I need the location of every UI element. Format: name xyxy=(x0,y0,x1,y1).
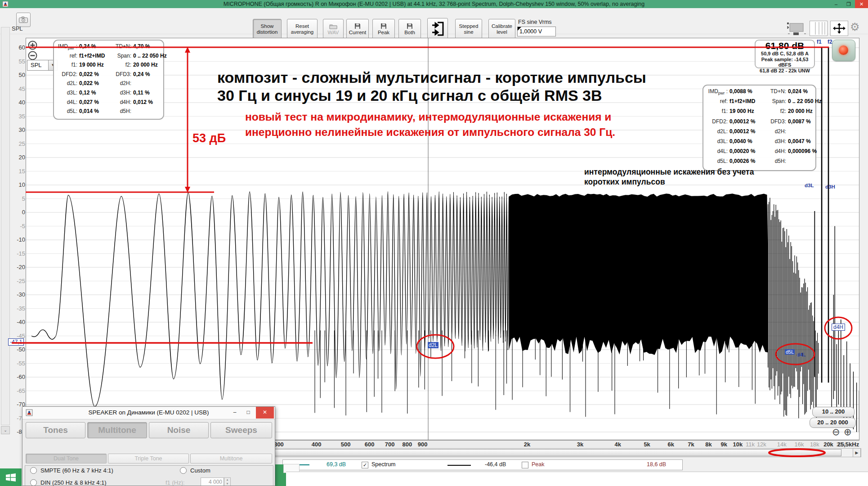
save-current-button[interactable]: Current xyxy=(346,19,369,40)
calibrate-level-button[interactable]: Calibrate level xyxy=(488,19,515,40)
x-zoom-in-button[interactable]: ⊕ xyxy=(844,427,852,437)
y-axis-label: 0 xyxy=(11,209,25,216)
x-axis-label: 6k xyxy=(667,441,674,448)
wav-button[interactable]: WAV xyxy=(323,19,344,40)
marker-d4L: d4L xyxy=(797,352,806,357)
camera-icon xyxy=(19,17,28,23)
bottom-status-row xyxy=(286,472,868,486)
save-current-label: Current xyxy=(349,30,366,36)
speaker-close-button[interactable]: ✕ xyxy=(256,407,274,418)
record-button[interactable] xyxy=(832,40,855,61)
subtab-dual-tone[interactable]: Dual Tone xyxy=(26,454,107,464)
imd-row: ref:f1+f2+IMDSpan:0 .. 22 050 Hz xyxy=(57,53,161,62)
fs-vrms-input[interactable] xyxy=(517,27,556,36)
level-readout-box: 61,80 dB 50,9 dB C, 52,8 dB A Peak sampl… xyxy=(755,40,815,68)
f1-spinner-arrows[interactable]: ▲▼ xyxy=(224,477,231,486)
imd-row-label: d2L: xyxy=(706,128,729,135)
settings-gear[interactable]: ⚙ xyxy=(850,21,860,33)
subtab-multitone[interactable]: Multitone xyxy=(190,454,272,464)
save-both-button[interactable]: Both xyxy=(398,19,421,40)
imd-row: ref:f1+f2+IMDSpan:0 .. 22 050 Hz xyxy=(706,98,813,108)
left-dock-strip[interactable] xyxy=(1,27,10,425)
x-axis-label: 11k xyxy=(746,441,755,448)
imd-label-sub: pwr xyxy=(718,91,725,95)
speaker-minimize-button[interactable]: – xyxy=(228,407,242,418)
floppy-icon xyxy=(407,23,413,29)
radio-din[interactable] xyxy=(30,479,37,486)
cursor-level-box: -47,1 xyxy=(8,338,24,346)
imd-row-label: d4L: xyxy=(706,148,729,154)
imd-row-value: 0,012 % xyxy=(133,99,161,105)
panes-icon xyxy=(810,21,827,36)
y-axis-label: -55 xyxy=(11,360,25,367)
imd-row-value: 0,00020 % xyxy=(729,148,767,154)
tab-multitone[interactable]: Multitone xyxy=(87,422,147,438)
tab-sweeps[interactable]: Sweeps xyxy=(210,422,272,438)
fs-sine-vrms-label: FS sine Vrms xyxy=(518,19,552,25)
calibration-corner-marker xyxy=(518,27,521,31)
imd-row-label: d5H: xyxy=(767,158,788,164)
range-button-10-200[interactable]: 10 .. 200 xyxy=(812,407,855,417)
radio-custom-label: Custom xyxy=(190,467,210,474)
imd-note-line1: интермодуляционные искажения без учета xyxy=(584,167,754,177)
imd-row-label: TD+N: xyxy=(114,43,133,50)
panes-tool[interactable] xyxy=(810,21,828,36)
marker-d2L: d2L xyxy=(428,342,438,348)
imd-row-label: f1: xyxy=(706,108,729,114)
imd-row-value: 0,000096 % xyxy=(788,148,817,154)
annotation-red-line1: новый тест на микродинамику, интермодуля… xyxy=(245,111,611,123)
tab-tones[interactable]: Tones xyxy=(26,422,85,438)
move-arrows-icon xyxy=(831,21,848,36)
marker-d4H: d4H xyxy=(832,324,845,331)
x-axis-label: 800 xyxy=(403,441,412,448)
x-zoom-out-button[interactable]: ⊖ xyxy=(832,427,840,437)
minimize-button[interactable]: – xyxy=(830,0,842,8)
save-peak-button[interactable]: Peak xyxy=(372,19,395,40)
imd-row-label: d2L: xyxy=(57,80,79,86)
level-total: 61,80 dB xyxy=(756,41,814,51)
imd-row-value: 0,12 % xyxy=(79,90,114,96)
x-axis-label: 400 xyxy=(312,441,322,448)
loopback-button[interactable] xyxy=(427,18,448,40)
peak-checkbox[interactable] xyxy=(522,462,528,468)
windows-start-button[interactable] xyxy=(0,468,22,486)
x-axis-label: 18k xyxy=(810,441,819,448)
radio-custom[interactable] xyxy=(180,467,187,474)
show-distortion-button[interactable]: Show distortion xyxy=(253,19,282,40)
close-button[interactable]: ✕ xyxy=(855,0,868,8)
loopback-icon xyxy=(431,22,444,36)
imd-panel-left: IMDpwr :0,24 %TD+N:4,70 %ref:f1+f2+IMDSp… xyxy=(53,40,164,120)
dock-collapse-button[interactable]: ⌄ xyxy=(1,426,10,434)
legend-peak-line-sample xyxy=(447,465,471,466)
radio-smpte-label: SMPTE (60 Hz & 7 kHz 4:1) xyxy=(40,467,113,474)
imd-row-value: 4,70 % xyxy=(133,43,161,50)
imd-row-value: 0,24 % xyxy=(79,43,114,50)
tab-noise[interactable]: Noise xyxy=(149,422,209,438)
reset-averaging-button[interactable]: Reset averaging xyxy=(287,19,318,40)
scrollbar-right-arrow[interactable]: ▶ xyxy=(853,448,861,457)
x-axis-label: 700 xyxy=(385,441,395,448)
imd-row: d5L:0,014 %d5H: xyxy=(57,108,161,117)
spectrum-checkbox[interactable]: ✓ xyxy=(362,462,368,468)
f1-hz-spinner-input[interactable] xyxy=(201,477,224,486)
pan-tool[interactable] xyxy=(830,21,848,36)
plot-zoom-in-button[interactable] xyxy=(28,40,37,50)
stepped-sine-button[interactable]: Stepped sine xyxy=(455,19,482,40)
imd-row: DFD2:0,022 %DFD3:0,24 % xyxy=(57,71,161,81)
imd-row-label: d4L: xyxy=(57,99,79,105)
subtab-triple-tone[interactable]: Triple Tone xyxy=(108,454,189,464)
layout-tool[interactable] xyxy=(786,22,806,36)
imd-label-base: IMD xyxy=(708,88,718,94)
imd-row-value: 0,24 % xyxy=(133,71,161,77)
radio-smpte[interactable] xyxy=(30,467,37,474)
imd-row-value: 0,00012 % xyxy=(729,118,767,125)
maximize-button[interactable]: ❐ xyxy=(842,0,855,8)
plot-zoom-out-button[interactable] xyxy=(28,51,37,60)
y-axis-label: 50 xyxy=(11,72,25,78)
imd-row-label: f2: xyxy=(767,108,788,114)
imd-row-value: 0 .. 22 050 Hz xyxy=(133,53,167,59)
x-axis-label: 16k xyxy=(795,441,804,448)
imd-row-label: ref: xyxy=(706,98,729,104)
imd-row-value: 0,014 % xyxy=(79,108,114,114)
speaker-maximize-button[interactable]: □ xyxy=(242,407,255,418)
